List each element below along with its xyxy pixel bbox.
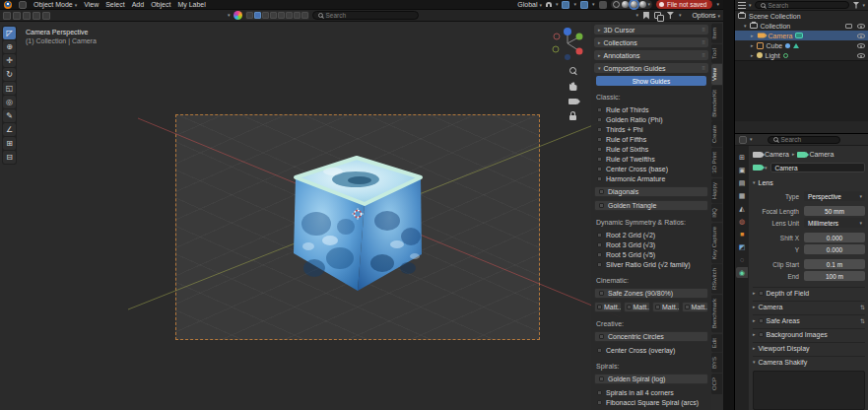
menu-add[interactable]: Add bbox=[132, 1, 144, 8]
zoom-icon[interactable] bbox=[569, 67, 576, 74]
properties-tab[interactable]: ■ bbox=[736, 229, 748, 239]
file-not-saved-badge[interactable]: File not saved bbox=[656, 0, 712, 9]
hide-in-viewport-icon[interactable] bbox=[857, 34, 865, 38]
toolbar-tool-button[interactable]: ✎ bbox=[3, 109, 16, 122]
layout-icon[interactable] bbox=[13, 12, 21, 20]
asset-type-icon[interactable] bbox=[262, 12, 269, 19]
panel-section-collapsed[interactable]: ▸ Annotations ⠿ bbox=[594, 50, 708, 60]
asset-type-icon[interactable] bbox=[270, 12, 277, 19]
guide-checkbox-row[interactable]: Root 5 Grid (√5) bbox=[594, 249, 708, 259]
checkbox[interactable] bbox=[597, 233, 602, 238]
chevron-right-icon[interactable]: ▸ bbox=[751, 34, 754, 38]
chevron-right-icon[interactable]: ▸ bbox=[751, 43, 754, 48]
sidebar-tab[interactable]: I9Q bbox=[711, 204, 722, 222]
outliner-row-collection[interactable]: ▾ Collection bbox=[735, 21, 868, 31]
guide-checkbox-row-boxed[interactable]: Diagonals bbox=[594, 186, 708, 197]
matte-checkbox[interactable]: Matt... bbox=[652, 302, 680, 312]
checkbox[interactable] bbox=[597, 117, 602, 122]
wireframe-shading-icon[interactable] bbox=[613, 1, 620, 8]
checkbox[interactable] bbox=[597, 242, 602, 247]
bookmark-icon[interactable] bbox=[643, 12, 649, 20]
outliner-row-cube[interactable]: ▸ Cube bbox=[735, 40, 868, 50]
transform-orientation[interactable]: Global ▾ bbox=[517, 1, 542, 8]
sidebar-tab[interactable]: Create bbox=[711, 121, 722, 147]
lens-section-header[interactable]: ▾ Lens bbox=[753, 179, 865, 186]
focal-length-field[interactable]: 50 mm bbox=[804, 206, 865, 216]
checkbox[interactable] bbox=[597, 127, 602, 132]
checkbox[interactable] bbox=[597, 107, 602, 112]
lock-icon[interactable] bbox=[569, 115, 576, 120]
guide-checkbox-row[interactable]: Harmonic Armature bbox=[594, 173, 708, 183]
asset-type-icon[interactable] bbox=[294, 12, 300, 19]
toolbar-tool-button[interactable]: ⊟ bbox=[3, 151, 16, 164]
animate-property-icon[interactable]: ⇅ bbox=[860, 304, 865, 310]
guide-checkbox-row[interactable]: Rule of Fifths bbox=[594, 134, 708, 144]
toolbar-tool-button[interactable]: ⊞ bbox=[3, 137, 16, 150]
checkbox[interactable] bbox=[599, 334, 604, 339]
checkbox[interactable] bbox=[597, 176, 602, 181]
grip-icon[interactable]: ⠿ bbox=[701, 27, 704, 33]
chevron-down-icon[interactable]: ▾ bbox=[716, 2, 719, 7]
overlays-icon[interactable] bbox=[654, 12, 662, 20]
editor-type-icon[interactable] bbox=[19, 1, 27, 9]
asset-type-icon[interactable] bbox=[286, 12, 293, 19]
matte-checkbox[interactable]: Matt... bbox=[594, 302, 622, 312]
hide-in-viewport-icon[interactable] bbox=[857, 24, 865, 29]
toolbar-tool-button[interactable]: ⊕ bbox=[3, 40, 16, 53]
guide-checkbox-row[interactable]: Rule of Thirds bbox=[594, 104, 708, 114]
checkbox[interactable] bbox=[599, 203, 604, 208]
sidebar-tab[interactable]: Item bbox=[711, 24, 722, 43]
checkbox[interactable] bbox=[599, 189, 604, 194]
asset-type-icon[interactable] bbox=[278, 12, 285, 19]
solid-shading-icon[interactable] bbox=[622, 1, 629, 8]
sidebar-tab[interactable]: Tool bbox=[711, 44, 722, 63]
guide-checkbox-row-boxed[interactable]: Concentric Circles bbox=[594, 331, 708, 342]
viewport-3d[interactable]: Camera Perspective (1) Collection | Came… bbox=[0, 22, 723, 410]
mode-selector[interactable]: Object Mode ▾ bbox=[33, 1, 77, 8]
checkbox[interactable] bbox=[597, 305, 602, 309]
layout-icon[interactable] bbox=[42, 12, 50, 20]
pan-hand-icon[interactable] bbox=[569, 82, 577, 91]
chevron-down-icon[interactable]: ▾ bbox=[765, 166, 768, 171]
shift-x-field[interactable]: 0.000 bbox=[804, 233, 865, 242]
section-checkbox[interactable] bbox=[759, 332, 764, 337]
grip-icon[interactable]: ⠿ bbox=[701, 65, 704, 71]
asset-type-icon[interactable] bbox=[254, 12, 261, 19]
properties-tab[interactable]: ◩ bbox=[736, 241, 748, 252]
datablock-name-field[interactable]: Camera bbox=[770, 163, 865, 172]
lens-unit-dropdown[interactable]: Millimeters▾ bbox=[804, 218, 865, 228]
guide-checkbox-row[interactable]: Fibonacci Square Spiral (arcs) bbox=[594, 397, 708, 407]
properties-section-header[interactable]: ▸ Viewport Display ⇅ bbox=[753, 342, 865, 354]
menu-select[interactable]: Select bbox=[105, 1, 124, 8]
sidebar-tab[interactable]: Happy bbox=[711, 178, 722, 203]
material-preview-icon[interactable] bbox=[631, 1, 637, 8]
properties-search-input[interactable]: Search bbox=[768, 136, 840, 144]
clip-end-field[interactable]: 100 m bbox=[804, 271, 865, 281]
checkbox[interactable] bbox=[597, 390, 602, 395]
guide-checkbox-row-boxed[interactable]: Safe Zones (90/80%) bbox=[594, 288, 708, 299]
asset-search-input[interactable]: Search bbox=[312, 11, 419, 20]
outliner-search-input[interactable]: Search bbox=[755, 1, 850, 9]
sidebar-tab[interactable]: Benchmark bbox=[711, 295, 722, 332]
menu-object[interactable]: Object bbox=[151, 1, 170, 8]
section-checkbox[interactable] bbox=[759, 291, 764, 296]
sidebar-tab[interactable]: BlenderKit bbox=[711, 86, 722, 121]
ice-cube-object[interactable] bbox=[289, 150, 427, 300]
checkbox[interactable] bbox=[597, 167, 602, 171]
display-mode-icon[interactable] bbox=[738, 2, 746, 9]
chevron-right-icon[interactable]: ▸ bbox=[751, 53, 754, 58]
checkbox[interactable] bbox=[655, 305, 660, 309]
layout-icon[interactable] bbox=[33, 12, 40, 20]
checkbox[interactable] bbox=[599, 291, 604, 296]
shake-list-box[interactable] bbox=[753, 371, 865, 410]
checkbox[interactable] bbox=[597, 252, 602, 257]
menu-my-label[interactable]: My Label bbox=[177, 1, 205, 8]
checkbox[interactable] bbox=[685, 305, 690, 309]
editor-type-icon[interactable] bbox=[739, 136, 747, 144]
properties-section-header[interactable]: ▸ Camera ⇅ bbox=[753, 301, 865, 312]
show-guides-button[interactable]: Show Guides bbox=[596, 76, 706, 86]
chevron-down-icon[interactable]: ▾ bbox=[679, 13, 682, 18]
panel-section-collapsed[interactable]: ▸ 3D Cursor ⠿ bbox=[594, 25, 708, 34]
properties-tab[interactable]: ▦ bbox=[736, 190, 748, 201]
sidebar-tab[interactable]: 3D Print bbox=[711, 148, 722, 177]
